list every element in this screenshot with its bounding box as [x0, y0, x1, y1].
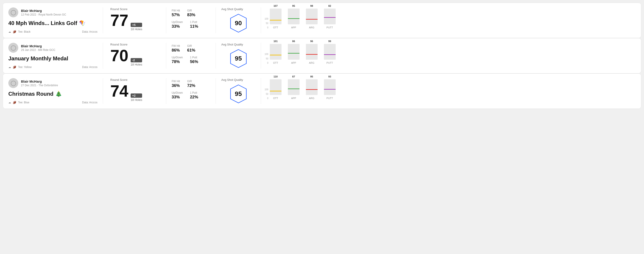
- quality-label: Avg Shot Quality: [221, 7, 243, 11]
- footer-info: ☁ 🏈 Tee: Yellow Data: Arccos: [8, 66, 98, 69]
- fw-hit-value: 86%: [172, 48, 180, 53]
- chart-bar: 99 PUTT: [324, 40, 336, 64]
- stats-section: FW Hit 36% GIR 72% Up/Down 33% 1 Putt 22…: [166, 78, 216, 104]
- y-label-0: 0: [264, 26, 268, 29]
- round-title: January Monthly Medal: [8, 55, 98, 62]
- round-title: Christmas Round 🎄: [8, 91, 98, 97]
- quality-section: Avg Shot Quality 90: [216, 7, 261, 33]
- gir-value: 83%: [187, 13, 195, 17]
- up-down-stat: Up/Down 33%: [172, 91, 183, 100]
- score-diff-badge: +2: [130, 94, 142, 98]
- chart-bar: 101 OTT: [270, 40, 282, 64]
- weather-icon: ☁: [8, 66, 11, 69]
- chart-bar: 87 APP: [288, 75, 300, 100]
- y-label-50: 50: [264, 93, 268, 95]
- one-putt-label: 1 Putt: [190, 20, 198, 24]
- bag-icon: 🏈: [13, 66, 16, 69]
- round-score-label: Round Score: [110, 43, 159, 46]
- chart-section: 100 50 0 110 OTT 87 APP 95: [261, 78, 636, 104]
- stat-row-bottom: Up/Down 33% 1 Putt 11%: [172, 20, 210, 29]
- one-putt-value: 22%: [190, 95, 198, 100]
- up-down-label: Up/Down: [172, 56, 183, 59]
- stats-section: FW Hit 57% GIR 83% Up/Down 33% 1 Putt 11…: [166, 7, 216, 33]
- fw-hit-value: 57%: [172, 13, 180, 17]
- up-down-value: 33%: [172, 24, 183, 29]
- up-down-value: 78%: [172, 59, 183, 64]
- player-info: ◯ Blair McHarg 27 Dec 2021 · The Oxfords…: [8, 78, 98, 88]
- chart-section: 100 50 0 107 OTT 95 APP 98: [261, 7, 636, 33]
- up-down-stat: Up/Down 33%: [172, 20, 183, 29]
- fw-hit-stat: FW Hit 86%: [172, 44, 180, 53]
- footer-info: ☁ 🏈 Tee: Blue Data: Arccos: [8, 101, 98, 104]
- weather-icon: ☁: [8, 30, 11, 33]
- player-info: ◯ Blair McHarg 12 Feb 2022 · Royal North…: [8, 7, 98, 17]
- avatar: ◯: [8, 7, 18, 17]
- one-putt-stat: 1 Putt 56%: [190, 56, 198, 64]
- gir-value: 72%: [187, 83, 195, 88]
- chart-bar: 95 APP: [288, 4, 300, 29]
- gir-label: GIR: [187, 9, 195, 12]
- left-section: ◯ Blair McHarg 29 Jan 2022 · Mill Ride G…: [8, 43, 103, 69]
- tee-info: ☁ 🏈 Tee: Blue: [8, 101, 29, 104]
- one-putt-label: 1 Putt: [190, 56, 198, 59]
- fw-hit-label: FW Hit: [172, 80, 180, 83]
- quality-label: Avg Shot Quality: [221, 43, 243, 46]
- quality-section: Avg Shot Quality 95: [216, 78, 261, 104]
- score-row: 74 +2 18 Holes: [110, 83, 159, 102]
- chart-bars: 101 OTT 86 APP 96 ARG 99: [270, 44, 336, 69]
- hexagon: 95: [228, 48, 248, 69]
- fw-hit-stat: FW Hit 57%: [172, 9, 180, 17]
- stat-row-top: FW Hit 86% GIR 61%: [172, 44, 210, 53]
- holes-label: 18 Holes: [130, 98, 142, 102]
- score-section: Round Score 70 -2 18 Holes: [103, 43, 166, 69]
- hexagon-container: 95: [228, 48, 248, 69]
- y-label-50: 50: [264, 22, 268, 24]
- tee-label: Tee: Black: [18, 30, 30, 33]
- up-down-label: Up/Down: [172, 20, 183, 24]
- left-section: ◯ Blair McHarg 27 Dec 2021 · The Oxfords…: [8, 78, 103, 104]
- player-details: Blair McHarg 27 Dec 2021 · The Oxfordshi…: [21, 80, 58, 87]
- one-putt-value: 11%: [190, 24, 198, 29]
- title-emoji: 🎄: [55, 91, 62, 97]
- hexagon-container: 95: [228, 84, 248, 104]
- player-date: 29 Jan 2022 · Mill Ride GCC: [21, 48, 55, 52]
- player-date: 27 Dec 2021 · The Oxfordshire: [21, 84, 58, 87]
- fw-hit-label: FW Hit: [172, 44, 180, 47]
- stat-row-bottom: Up/Down 33% 1 Putt 22%: [172, 91, 210, 100]
- quality-label: Avg Shot Quality: [221, 78, 243, 82]
- chart-bar: 96 ARG: [306, 40, 318, 64]
- hex-score: 95: [235, 90, 242, 98]
- gir-stat: GIR 61%: [187, 44, 195, 53]
- chart-bars: 107 OTT 95 APP 98 ARG 82: [270, 8, 336, 33]
- player-details: Blair McHarg 29 Jan 2022 · Mill Ride GCC: [21, 44, 55, 52]
- player-name: Blair McHarg: [21, 9, 66, 13]
- fw-hit-label: FW Hit: [172, 9, 180, 12]
- bag-icon: 🏈: [13, 30, 16, 33]
- player-name: Blair McHarg: [21, 80, 58, 83]
- user-icon: ◯: [10, 9, 16, 15]
- gir-label: GIR: [187, 44, 195, 47]
- up-down-stat: Up/Down 78%: [172, 56, 183, 64]
- chart-y-axis: 100 50 0: [264, 17, 268, 33]
- user-icon: ◯: [10, 45, 16, 51]
- gir-stat: GIR 83%: [187, 9, 195, 17]
- one-putt-stat: 1 Putt 22%: [190, 91, 198, 100]
- tee-label: Tee: Blue: [18, 101, 29, 104]
- one-putt-value: 56%: [190, 59, 198, 64]
- stat-row-top: FW Hit 57% GIR 83%: [172, 9, 210, 17]
- tee-info: ☁ 🏈 Tee: Yellow: [8, 66, 32, 69]
- hexagon: 95: [228, 84, 248, 104]
- score-value: 70: [110, 47, 128, 64]
- chart-bar: 86 APP: [288, 40, 300, 64]
- chart-wrapper: 100 50 0 107 OTT 95 APP 98: [264, 8, 632, 33]
- score-value: 74: [110, 83, 128, 99]
- stats-section: FW Hit 86% GIR 61% Up/Down 78% 1 Putt 56…: [166, 43, 216, 69]
- y-label-100: 100: [264, 88, 268, 91]
- tee-label: Tee: Yellow: [18, 66, 32, 69]
- round-card: ◯ Blair McHarg 12 Feb 2022 · Royal North…: [3, 3, 641, 38]
- score-value: 77: [110, 12, 128, 28]
- avatar: ◯: [8, 78, 18, 88]
- hexagon: 90: [228, 13, 248, 33]
- user-icon: ◯: [10, 80, 16, 86]
- data-source: Data: Arccos: [82, 66, 98, 69]
